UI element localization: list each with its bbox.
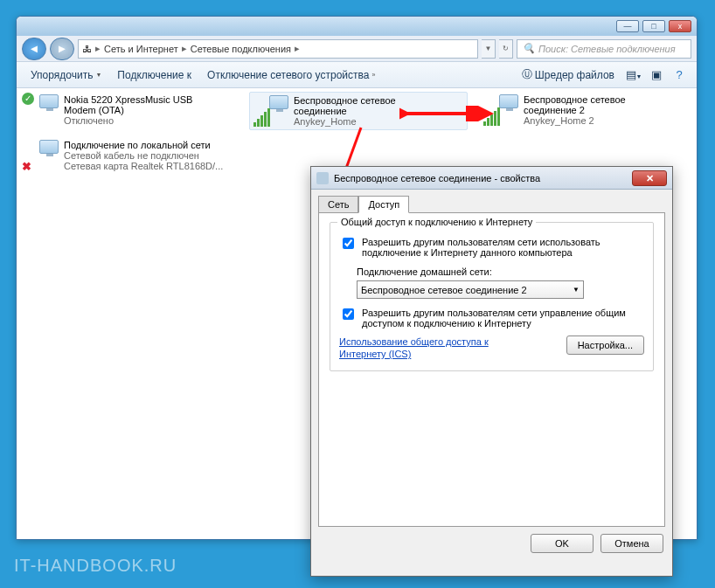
shredder-icon: Ⓤ [522,67,532,82]
home-network-value: Беспроводное сетевое соединение 2 [361,285,527,295]
dialog-close-button[interactable]: ✕ [632,170,667,186]
ics-group: Общий доступ к подключению к Интернету Р… [330,222,654,371]
wifi-icon [253,95,288,127]
close-button[interactable]: x [669,20,691,32]
preview-pane-button[interactable]: ▣ [648,68,665,81]
allow-share-checkbox[interactable] [343,238,354,249]
view-options-button[interactable]: ▤▼ [625,68,642,81]
back-button[interactable]: ◄ [22,38,46,60]
group-title: Общий доступ к подключению к Интернету [337,217,536,227]
cancel-button[interactable]: Отмена [600,534,663,553]
tab-network[interactable]: Сеть [318,196,358,213]
properties-dialog: Беспроводное сетевое соединение - свойст… [310,166,673,577]
connection-name2: соединение 2 [524,105,626,115]
maximize-button[interactable]: □ [642,20,665,32]
ok-button[interactable]: OK [531,534,594,553]
connection-adapter: Сетевая карта Realtek RTL8168D/... [64,161,223,171]
tab-strip: Сеть Доступ [311,190,672,212]
ics-help-link[interactable]: Использование общего доступа к Интернету… [339,336,496,360]
settings-button[interactable]: Настройка... [566,336,644,355]
shredder-button[interactable]: Ⓤ Шредер файлов [517,66,620,84]
toolbar: Упорядочить▼ Подключение к Отключение се… [17,62,697,88]
connection-name2: соединение [294,106,396,116]
breadcrumb-sep: ▸ [295,43,300,54]
home-network-label: Подключение домашней сети: [357,266,644,277]
disable-device-menu[interactable]: Отключение сетевого устройства» [202,67,380,83]
allow-share-label: Разрешить другим пользователям сети испо… [362,237,644,258]
breadcrumb-sep: ▸ [182,43,187,54]
connection-wireless-2[interactable]: Беспроводное сетевое соединение 2 Anykey… [480,92,690,128]
connection-status: Отключено [64,115,192,126]
connection-ssid: Anykey_Home 2 [524,115,626,126]
help-button[interactable]: ? [670,68,688,81]
dialog-title: Беспроводное сетевое соединение - свойст… [334,173,540,183]
minimize-button[interactable]: — [616,20,639,32]
home-network-select[interactable]: Беспроводное сетевое соединение 2 ▼ [357,280,584,299]
address-bar[interactable]: 🖧 ▸ Сеть и Интернет ▸ Сетевые подключени… [78,39,478,59]
breadcrumb-level2[interactable]: Сетевые подключения [191,44,291,54]
connection-name2: Modem (OTA) [64,105,192,115]
connection-lan[interactable]: ✖ Подключение по локальной сети Сетевой … [20,137,247,174]
watermark: IT-HANDBOOK.RU [14,556,177,576]
connection-name: Nokia 5220 XpressMusic USB [64,94,192,105]
search-placeholder: Поиск: Сетевые подключения [538,44,676,54]
chevron-down-icon: ▼ [573,286,580,294]
forward-button[interactable]: ► [50,38,74,60]
tab-sharing[interactable]: Доступ [358,196,409,213]
connection-usb-modem[interactable]: ✓ Nokia 5220 XpressMusic USB Modem (OTA)… [20,92,240,128]
search-icon: 🔍 [523,43,535,54]
dialog-buttons: OK Отмена [311,534,672,562]
connection-name: Подключение по локальной сети [64,140,223,150]
allow-control-label: Разрешить другим пользователям сети упра… [362,308,644,329]
tab-body: Общий доступ к подключению к Интернету Р… [318,212,665,527]
breadcrumb-sep: ▸ [95,43,101,54]
address-row: ◄ ► 🖧 ▸ Сеть и Интернет ▸ Сетевые подклю… [17,36,697,62]
title-bar: — □ x [17,17,697,36]
breadcrumb-level1[interactable]: Сеть и Интернет [104,44,178,54]
refresh-button[interactable]: ↻ [499,39,513,59]
connect-to-menu[interactable]: Подключение к [112,67,197,83]
network-icon: 🖧 [82,44,92,54]
allow-control-checkbox[interactable] [343,308,354,320]
address-dropdown[interactable]: ▼ [482,39,496,59]
dialog-icon [316,172,329,184]
dialog-titlebar: Беспроводное сетевое соединение - свойст… [311,167,672,190]
connection-status: Сетевой кабель не подключен [64,150,223,161]
modem-icon: ✓ [24,94,59,126]
lan-icon: ✖ [24,140,59,171]
organize-menu[interactable]: Упорядочить▼ [25,67,107,83]
search-input[interactable]: 🔍 Поиск: Сетевые подключения [517,39,691,59]
connection-name: Беспроводное сетевое [524,94,626,105]
connection-name: Беспроводное сетевое [294,95,396,106]
annotation-arrow-icon [399,106,496,121]
